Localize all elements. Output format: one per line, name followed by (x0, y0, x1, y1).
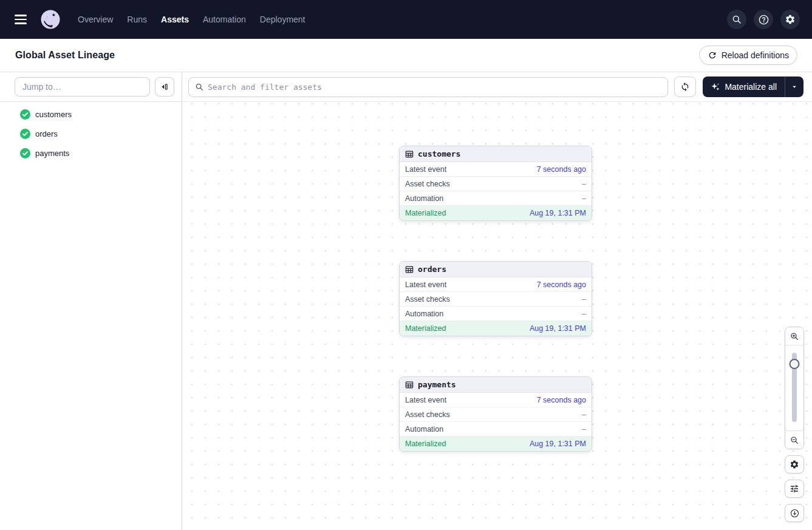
top-nav: Overview Runs Assets Automation Deployme… (0, 0, 812, 39)
caret-down-icon (790, 83, 799, 91)
reload-definitions-label: Reload definitions (722, 50, 789, 60)
content: customers orders payments (0, 72, 812, 530)
tune-icon (790, 484, 799, 494)
graph-filters-button[interactable] (785, 480, 804, 498)
materialized-timestamp[interactable]: Aug 19, 1:31 PM (530, 209, 586, 217)
latest-event-row: Latest event 7 seconds ago (400, 393, 592, 407)
arrow-down-circle-icon (790, 508, 800, 518)
help-button[interactable] (754, 10, 773, 29)
asset-list: customers orders payments (0, 102, 182, 163)
materialized-row: Materialized Aug 19, 1:31 PM (400, 321, 592, 336)
asset-search-field (188, 77, 668, 97)
lineage-main: Materialize all (182, 72, 812, 530)
zoom-in-button[interactable] (785, 327, 803, 345)
asset-list-item-payments[interactable]: payments (0, 143, 182, 163)
check-circle-icon (20, 109, 30, 120)
hamburger-menu-button[interactable] (6, 5, 35, 34)
jump-to-input[interactable] (15, 77, 150, 97)
page-header: Global Asset Lineage Reload definitions (0, 39, 812, 72)
search-icon (195, 83, 203, 91)
materialize-options-button[interactable] (785, 76, 803, 97)
latest-event-value[interactable]: 7 seconds ago (537, 396, 586, 404)
zoom-out-button[interactable] (785, 430, 803, 449)
asset-name: customers (418, 149, 460, 158)
asset-node-orders[interactable]: orders Latest event 7 seconds ago Asset … (399, 261, 592, 336)
graph-toolbar: Materialize all (182, 72, 812, 102)
nav-item-assets[interactable]: Assets (160, 11, 190, 28)
collapse-panel-icon (159, 81, 170, 92)
gear-icon (785, 14, 796, 25)
lineage-canvas[interactable]: customers Latest event 7 seconds ago Ass… (182, 102, 812, 530)
help-icon (758, 14, 769, 25)
asset-name: payments (418, 380, 456, 389)
hamburger-icon (15, 15, 27, 16)
lineage-sidebar: customers orders payments (0, 72, 182, 530)
zoom-panel (785, 327, 804, 449)
materialized-row: Materialized Aug 19, 1:31 PM (400, 437, 592, 451)
nav-links: Overview Runs Assets Automation Deployme… (77, 11, 307, 28)
check-circle-icon (20, 148, 30, 158)
automation-row: Automation – (400, 191, 592, 206)
reload-icon (708, 50, 717, 60)
materialized-row: Materialized Aug 19, 1:31 PM (400, 206, 592, 220)
asset-node-customers[interactable]: customers Latest event 7 seconds ago Ass… (399, 146, 592, 221)
asset-list-item-customers[interactable]: customers (0, 104, 182, 124)
asset-node-header: payments (400, 377, 592, 393)
automation-row: Automation – (400, 307, 592, 321)
table-icon (405, 381, 414, 389)
zoom-out-icon (790, 435, 799, 445)
dagster-app: Overview Runs Assets Automation Deployme… (0, 0, 812, 530)
zoom-slider-thumb[interactable] (790, 359, 800, 369)
nav-item-automation[interactable]: Automation (202, 11, 247, 28)
asset-list-label: customers (35, 110, 72, 119)
asset-node-header: orders (400, 262, 592, 277)
asset-checks-row: Asset checks – (400, 177, 592, 191)
recenter-view-button[interactable] (785, 504, 804, 522)
asset-node-header: customers (400, 146, 592, 162)
latest-event-row: Latest event 7 seconds ago (400, 162, 592, 177)
asset-list-label: payments (35, 149, 69, 158)
asset-node-payments[interactable]: payments Latest event 7 seconds ago Asse… (399, 376, 592, 452)
refresh-graph-button[interactable] (674, 76, 696, 97)
automation-row: Automation – (400, 422, 592, 437)
asset-checks-row: Asset checks – (400, 292, 592, 307)
zoom-in-icon (790, 331, 799, 341)
zoom-slider[interactable] (785, 345, 803, 430)
latest-event-row: Latest event 7 seconds ago (400, 277, 592, 292)
nav-item-runs[interactable]: Runs (126, 11, 148, 28)
materialized-timestamp[interactable]: Aug 19, 1:31 PM (530, 440, 586, 448)
asset-list-label: orders (35, 129, 58, 138)
materialize-split-button: Materialize all (703, 76, 803, 97)
gear-icon (790, 460, 799, 469)
materialize-all-button[interactable]: Materialize all (703, 76, 785, 97)
sidebar-toolbar (0, 72, 182, 102)
nav-item-overview[interactable]: Overview (77, 11, 114, 28)
latest-event-value[interactable]: 7 seconds ago (537, 165, 586, 174)
asset-search-input[interactable] (208, 83, 661, 92)
table-icon (405, 265, 414, 274)
asset-list-item-orders[interactable]: orders (0, 124, 182, 143)
graph-settings-button[interactable] (785, 455, 804, 474)
table-icon (405, 150, 414, 158)
materialized-timestamp[interactable]: Aug 19, 1:31 PM (530, 324, 586, 333)
page-title: Global Asset Lineage (15, 50, 115, 61)
asset-checks-row: Asset checks – (400, 407, 592, 422)
user-settings-button[interactable] (780, 10, 800, 29)
latest-event-value[interactable]: 7 seconds ago (537, 280, 586, 289)
reload-definitions-button[interactable]: Reload definitions (699, 46, 797, 65)
sync-icon (680, 82, 690, 92)
dagster-logo (40, 9, 61, 30)
check-circle-icon (20, 129, 30, 139)
search-icon (731, 14, 742, 25)
asset-name: orders (418, 265, 446, 274)
nav-item-deployment[interactable]: Deployment (259, 11, 307, 28)
global-search-button[interactable] (727, 10, 746, 29)
collapse-sidebar-button[interactable] (155, 77, 174, 97)
materialize-all-label: Materialize all (725, 82, 777, 92)
sparkle-icon (711, 82, 720, 92)
